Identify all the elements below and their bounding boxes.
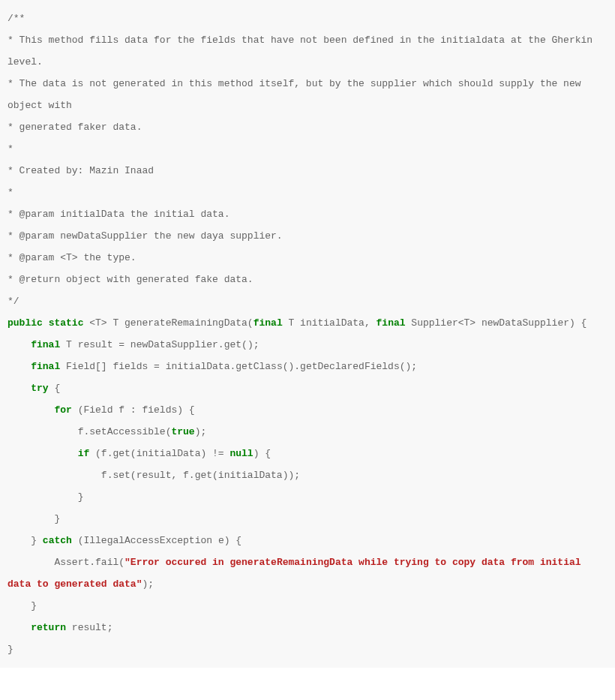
code-text: f.setAccessible( <box>78 426 172 437</box>
code-text: Field[] fields = initialData.getClass().… <box>60 361 417 372</box>
keyword-catch: catch <box>43 535 72 546</box>
comment-line: * generated faker data. <box>8 122 142 133</box>
keyword-public: public <box>8 317 43 329</box>
code-text: <T> T generateRemainingData( <box>83 317 253 329</box>
code-text: } <box>54 513 60 524</box>
code-text: (f.get(initialData) != <box>89 448 230 459</box>
comment-line: /** <box>8 13 25 24</box>
indent <box>8 622 31 633</box>
code-text: (Field f : fields) { <box>72 404 195 416</box>
code-text: T result = newDataSupplier.get(); <box>60 339 259 350</box>
indent <box>8 491 78 503</box>
comment-line: * <box>8 187 14 198</box>
keyword-true: true <box>171 426 194 437</box>
indent <box>8 470 101 481</box>
code-text: result; <box>66 622 112 633</box>
keyword-if: if <box>78 448 90 459</box>
indent <box>8 513 54 524</box>
indent <box>8 426 78 437</box>
comment-line: * Created by: Mazin Inaad <box>8 165 154 176</box>
indent <box>8 600 31 611</box>
comment-line: * <box>8 143 14 155</box>
code-block: /** * This method fills data for the fie… <box>0 0 615 668</box>
comment-line: * @param initialData the initial data. <box>8 209 230 220</box>
keyword-static: static <box>49 317 84 329</box>
code-text: } <box>8 644 14 655</box>
indent <box>8 383 31 394</box>
code-text: { <box>49 383 61 394</box>
code-text: } <box>31 600 37 611</box>
keyword-final: final <box>31 361 60 372</box>
code-text: T initialData, <box>283 317 376 329</box>
indent <box>8 557 54 568</box>
code-text: f.set(result, f.get(initialData)); <box>101 470 300 481</box>
indent <box>8 448 78 459</box>
code-text: ); <box>142 578 154 590</box>
indent <box>8 339 31 350</box>
keyword-final: final <box>31 339 60 350</box>
comment-line: * @return object with generated fake dat… <box>8 274 254 285</box>
keyword-return: return <box>31 622 66 633</box>
comment-line: * This method fills data for the fields … <box>8 35 598 68</box>
comment-line: * @param newDataSupplier the new daya su… <box>8 230 283 242</box>
code-text: Supplier<T> newDataSupplier) { <box>406 317 587 329</box>
code-text: (IllegalAccessException e) { <box>72 535 242 546</box>
comment-line: * The data is not generated in this meth… <box>8 78 586 111</box>
code-text: Assert.fail( <box>54 557 124 568</box>
keyword-null: null <box>230 448 253 459</box>
keyword-try: try <box>31 383 48 394</box>
indent <box>8 361 31 372</box>
code-text: ) { <box>254 448 271 459</box>
indent <box>8 404 54 416</box>
code-text: ); <box>195 426 207 437</box>
indent <box>8 535 31 546</box>
code-text: } <box>78 491 84 503</box>
comment-line: * @param <T> the type. <box>8 252 136 263</box>
code-text: } <box>31 535 43 546</box>
keyword-final: final <box>254 317 283 329</box>
comment-line: */ <box>8 296 20 307</box>
keyword-final: final <box>376 317 406 329</box>
keyword-for: for <box>54 404 71 416</box>
